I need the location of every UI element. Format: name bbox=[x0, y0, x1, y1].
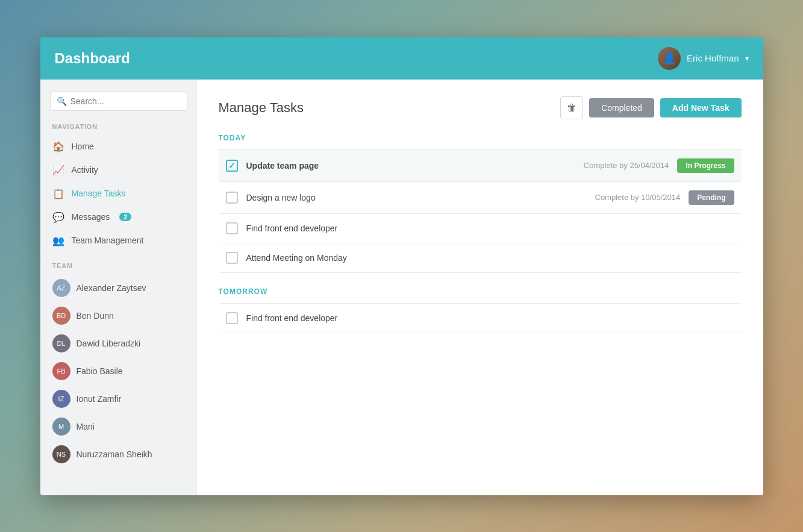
task-checkbox-tm1[interactable] bbox=[226, 312, 238, 324]
avatar-mani: M bbox=[52, 418, 70, 436]
status-badge: In Progress bbox=[677, 158, 734, 173]
app-header: Dashboard 👤 Eric Hoffman ▾ bbox=[40, 37, 763, 80]
member-name: Mani bbox=[77, 422, 95, 431]
user-menu[interactable]: 👤 Eric Hoffman ▾ bbox=[658, 47, 748, 70]
task-due-date: Complete by 10/05/2014 bbox=[595, 193, 681, 202]
team-icon: 👥 bbox=[52, 235, 64, 246]
avatar-ionut: IZ bbox=[52, 390, 70, 408]
messages-badge: 2 bbox=[119, 213, 131, 221]
add-task-button[interactable]: Add New Task bbox=[660, 98, 742, 117]
task-row: Design a new logo Complete by 10/05/2014… bbox=[219, 182, 742, 214]
task-name: Find front end developer bbox=[246, 224, 734, 233]
search-icon: 🔍 bbox=[57, 96, 67, 106]
chevron-down-icon: ▾ bbox=[745, 54, 749, 63]
main-header: Manage Tasks 🗑 Completed Add New Task bbox=[219, 96, 742, 119]
search-input[interactable] bbox=[70, 96, 181, 106]
team-member-ben[interactable]: BD Ben Dunn bbox=[40, 302, 197, 330]
username-label: Eric Hoffman bbox=[687, 53, 739, 63]
checkmark-icon: ✓ bbox=[228, 161, 236, 171]
task-name: Design a new logo bbox=[246, 193, 587, 202]
team-member-ionut[interactable]: IZ Ionut Zamfir bbox=[40, 385, 197, 413]
task-name: Attend Meeting on Monday bbox=[246, 253, 734, 263]
task-row: Attend Meeting on Monday bbox=[219, 243, 742, 273]
activity-icon: 📈 bbox=[52, 164, 64, 176]
messages-icon: 💬 bbox=[52, 211, 64, 223]
main-actions: 🗑 Completed Add New Task bbox=[560, 96, 741, 119]
team-section-label: Team bbox=[40, 262, 197, 274]
task-row: ✓ Update team page Complete by 25/04/201… bbox=[219, 150, 742, 182]
task-checkbox-t1[interactable]: ✓ bbox=[226, 160, 238, 172]
member-name: Alexander Zaytsev bbox=[77, 283, 146, 293]
tomorrow-section-label: Tomorrow bbox=[219, 287, 742, 296]
member-name: Nuruzzaman Sheikh bbox=[77, 449, 152, 459]
member-name: Ben Dunn bbox=[77, 311, 114, 321]
sidebar-item-manage-tasks[interactable]: 📋 Manage Tasks bbox=[40, 182, 197, 205]
task-checkbox-t3[interactable] bbox=[226, 222, 238, 234]
sidebar-item-label: Team Management bbox=[72, 236, 144, 245]
tomorrow-section: Tomorrow Find front end developer bbox=[219, 287, 742, 333]
home-icon: 🏠 bbox=[52, 141, 64, 152]
sidebar-item-home[interactable]: 🏠 Home bbox=[40, 135, 197, 158]
avatar-nuruzzaman: NS bbox=[52, 445, 70, 463]
delete-button[interactable]: 🗑 bbox=[560, 96, 583, 119]
tasks-icon: 📋 bbox=[52, 188, 64, 199]
team-member-nuruzzaman[interactable]: NS Nuruzzaman Sheikh bbox=[40, 440, 197, 468]
team-member-mani[interactable]: M Mani bbox=[40, 413, 197, 440]
nav-section-label: Navigation bbox=[40, 123, 197, 135]
sidebar-item-activity[interactable]: 📈 Activity bbox=[40, 158, 197, 182]
sidebar-item-label: Home bbox=[72, 142, 94, 151]
task-row: Find front end developer bbox=[219, 214, 742, 243]
member-name: Ionut Zamfir bbox=[77, 394, 122, 404]
avatar-fabio: FB bbox=[52, 362, 70, 380]
main-content: Manage Tasks 🗑 Completed Add New Task To… bbox=[197, 80, 763, 495]
sidebar-item-label: Manage Tasks bbox=[72, 189, 126, 198]
avatar: 👤 bbox=[658, 47, 681, 70]
status-badge: Pending bbox=[689, 190, 734, 205]
sidebar-item-team-management[interactable]: 👥 Team Management bbox=[40, 229, 197, 252]
team-member-fabio[interactable]: FB Fabio Basile bbox=[40, 357, 197, 385]
sidebar-item-label: Activity bbox=[72, 165, 98, 175]
avatar-ben: BD bbox=[52, 307, 70, 325]
task-row: Find front end developer bbox=[219, 304, 742, 333]
task-due-date: Complete by 25/04/2014 bbox=[584, 161, 669, 170]
trash-icon: 🗑 bbox=[567, 102, 576, 113]
search-input-wrap[interactable]: 🔍 bbox=[50, 92, 187, 111]
task-name: Update team page bbox=[246, 161, 575, 171]
avatar-image: 👤 bbox=[658, 47, 681, 70]
today-section-label: Today bbox=[219, 134, 742, 142]
team-section: Team AZ Alexander Zaytsev BD Ben Dunn DL… bbox=[40, 262, 197, 468]
sidebar-item-label: Messages bbox=[72, 212, 110, 222]
task-checkbox-t2[interactable] bbox=[226, 192, 238, 204]
team-member-alexander[interactable]: AZ Alexander Zaytsev bbox=[40, 274, 197, 302]
app-title: Dashboard bbox=[55, 50, 130, 67]
sidebar: 🔍 Navigation 🏠 Home 📈 Activity 📋 Manage … bbox=[40, 80, 197, 495]
avatar-dawid: DL bbox=[52, 334, 70, 352]
nav-menu: 🏠 Home 📈 Activity 📋 Manage Tasks 💬 Messa… bbox=[40, 135, 197, 252]
sidebar-item-messages[interactable]: 💬 Messages 2 bbox=[40, 205, 197, 229]
task-checkbox-t4[interactable] bbox=[226, 252, 238, 264]
completed-button[interactable]: Completed bbox=[589, 98, 654, 117]
page-title: Manage Tasks bbox=[219, 100, 304, 116]
task-name: Find front end developer bbox=[246, 313, 734, 323]
search-container: 🔍 bbox=[40, 92, 197, 123]
member-name: Dawid Liberadzki bbox=[77, 339, 141, 348]
team-member-dawid[interactable]: DL Dawid Liberadzki bbox=[40, 330, 197, 357]
avatar-alexander: AZ bbox=[52, 279, 70, 297]
member-name: Fabio Basile bbox=[77, 366, 123, 376]
